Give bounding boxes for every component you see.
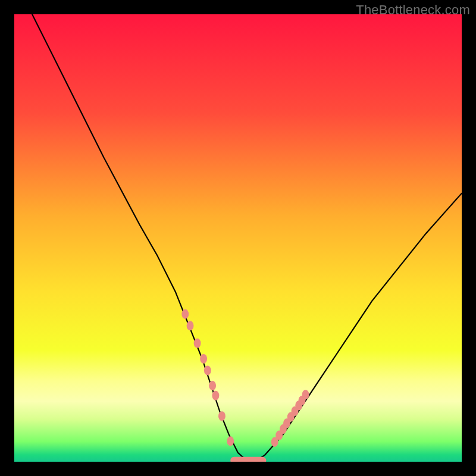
left-markers-point xyxy=(187,321,194,330)
watermark-text: TheBottleneck.com xyxy=(356,2,470,18)
left-markers-point xyxy=(212,391,219,400)
chart-background xyxy=(14,14,462,462)
left-markers-point xyxy=(209,381,216,390)
left-markers-point xyxy=(204,366,211,375)
left-markers-point xyxy=(194,339,201,348)
left-markers-point xyxy=(218,411,226,421)
left-markers-point xyxy=(227,436,234,446)
right-markers-point xyxy=(302,390,309,399)
left-markers-point xyxy=(200,354,207,364)
left-markers-point xyxy=(181,309,189,319)
chart-frame xyxy=(14,14,462,462)
bottom-bar xyxy=(230,457,266,462)
bottleneck-chart xyxy=(14,14,462,462)
